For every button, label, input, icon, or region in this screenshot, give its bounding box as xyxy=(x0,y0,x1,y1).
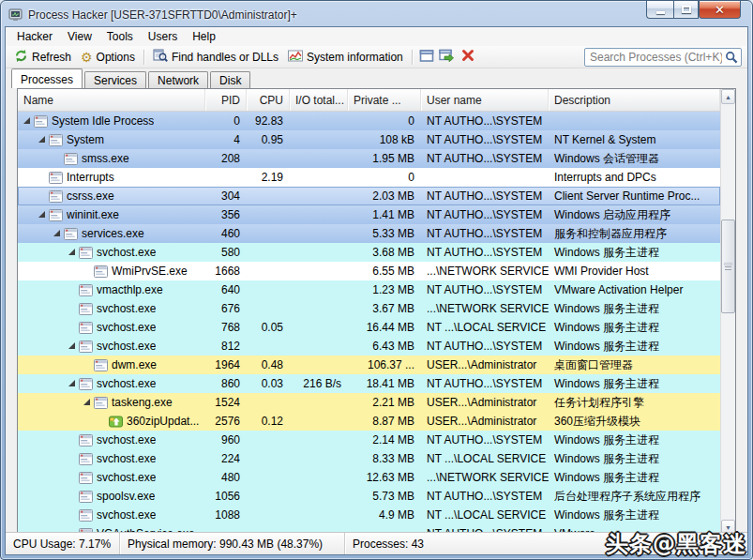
cell-cpu: 0.12 xyxy=(247,415,290,428)
process-row-wininit-exe[interactable]: wininit.exe3561.41 MBNT AUTHO...\SYSTEMW… xyxy=(18,205,720,224)
process-name: WmiPrvSE.exe xyxy=(112,265,188,278)
tab-strip: ProcessesServicesNetworkDisk xyxy=(6,68,747,88)
tree-expander-icon[interactable] xyxy=(67,341,78,352)
column-header-cpu[interactable]: CPU xyxy=(247,89,290,111)
process-row-svchost-exe[interactable]: svchost.exe9602.14 MBNT AUTHO...\SYSTEMW… xyxy=(18,431,720,449)
column-header-user-name[interactable]: User name xyxy=(421,89,549,111)
options-button[interactable]: ⚙ Options xyxy=(76,49,140,66)
cell-private: 2.03 MB xyxy=(348,189,421,203)
tree-expander-icon[interactable] xyxy=(22,115,33,127)
open-window-arrow-icon xyxy=(439,49,455,66)
tree-spacer xyxy=(67,491,78,502)
scroll-up-button[interactable]: ▲ xyxy=(721,89,735,104)
column-header-name[interactable]: Name xyxy=(18,89,205,111)
cell-name: svchost.exe xyxy=(18,433,205,446)
process-row-vmacthlp-exe[interactable]: vmacthlp.exe6401.23 MBNT AUTHO...\SYSTEM… xyxy=(18,280,720,299)
cell-name: svchost.exe xyxy=(18,452,205,465)
maximize-button[interactable] xyxy=(673,1,699,19)
process-row-system[interactable]: System40.95108 kBNT AUTHO...\SYSTEMNT Ke… xyxy=(18,130,720,149)
tab-disk[interactable]: Disk xyxy=(210,71,250,88)
find-handles-button[interactable]: Find handles or DLLs xyxy=(148,46,283,68)
process-name: svchost.exe xyxy=(97,452,156,465)
tree-expander-icon[interactable] xyxy=(82,397,93,408)
cell-user: ...\NETWORK SERVICE xyxy=(421,265,549,278)
system-information-button[interactable]: System information xyxy=(283,47,408,68)
maximize-icon xyxy=(682,6,691,13)
open-window-button[interactable] xyxy=(437,48,458,67)
tree-expander-icon[interactable] xyxy=(67,247,78,258)
tree-expander-icon[interactable] xyxy=(37,209,48,220)
system-information-icon xyxy=(288,49,303,66)
terminate-button[interactable] xyxy=(458,48,478,67)
cell-pid: 480 xyxy=(205,471,247,484)
close-icon: ✕ xyxy=(715,4,725,16)
cell-private: 1.23 MB xyxy=(348,283,421,296)
cell-name: System Idle Process xyxy=(18,114,205,128)
process-row-svchost-exe[interactable]: svchost.exe10884.9 MBNT ...\LOCAL SERVIC… xyxy=(18,506,720,524)
tree-expander-icon[interactable] xyxy=(52,228,63,239)
column-header-pid[interactable]: PID xyxy=(205,89,247,111)
process-row-360zipupdat[interactable]: 360zipUpdat...25760.128.87 MBUSER...\Adm… xyxy=(18,412,720,431)
process-hacker-window: Process Hacker [USER-371SFRTTD0\Administ… xyxy=(0,0,753,560)
process-row-spoolsv-exe[interactable]: spoolsv.exe10565.73 MBNT AUTHO...\SYSTEM… xyxy=(18,487,720,506)
title-bar[interactable]: Process Hacker [USER-371SFRTTD0\Administ… xyxy=(5,4,748,26)
application-window-icon xyxy=(79,322,93,334)
cell-desc: Windows 启动应用程序 xyxy=(549,207,720,223)
cell-desc: Windows 服务主进程 xyxy=(549,245,720,261)
tab-network[interactable]: Network xyxy=(148,71,208,88)
refresh-button[interactable]: Refresh xyxy=(9,47,76,68)
minimize-button[interactable] xyxy=(646,1,673,19)
process-row-wmiprvse-exe[interactable]: WmiPrvSE.exe16686.55 MB...\NETWORK SERVI… xyxy=(18,262,720,280)
tab-services[interactable]: Services xyxy=(84,71,146,88)
column-header-i-o-total[interactable]: I/O total... xyxy=(290,89,348,111)
close-button[interactable]: ✕ xyxy=(699,1,741,19)
process-row-taskeng-exe[interactable]: taskeng.exe15242.21 MBUSER...\Administra… xyxy=(18,393,720,412)
process-row-svchost-exe[interactable]: svchost.exe6763.67 MB...\NETWORK SERVICE… xyxy=(18,299,720,318)
cell-user: NT AUTHO...\SYSTEM xyxy=(421,189,549,203)
process-row-services-exe[interactable]: services.exe4605.33 MBNT AUTHO...\SYSTEM… xyxy=(18,224,720,243)
process-row-dwm-exe[interactable]: dwm.exe19640.48106.37 ...USER...\Adminis… xyxy=(18,356,720,374)
cell-pid: 0 xyxy=(205,114,247,128)
process-name: svchost.exe xyxy=(97,321,156,334)
tree-expander-icon[interactable] xyxy=(67,378,78,389)
cell-desc: Windows 服务主进程 xyxy=(549,339,720,355)
cell-desc: 360压缩升级模块 xyxy=(549,414,720,430)
cell-desc: Interrupts and DPCs xyxy=(549,171,720,184)
cell-user: ...\NETWORK SERVICE xyxy=(421,302,549,315)
application-window-icon xyxy=(79,341,93,353)
tab-processes[interactable]: Processes xyxy=(11,68,83,88)
process-row-svchost-exe[interactable]: svchost.exe7680.0516.44 MBNT ...\LOCAL S… xyxy=(18,318,720,337)
cell-private: 6.43 MB xyxy=(348,340,421,353)
menu-tools[interactable]: Tools xyxy=(99,28,141,45)
window-pane-button[interactable] xyxy=(416,48,437,67)
scrollbar-thumb[interactable] xyxy=(721,219,735,313)
process-row-smss-exe[interactable]: smss.exe2081.95 MBNT AUTHO...\SYSTEMWind… xyxy=(18,149,720,168)
menu-view[interactable]: View xyxy=(60,28,99,45)
process-row-interrupts[interactable]: Interrupts2.190Interrupts and DPCs xyxy=(18,168,720,187)
menu-help[interactable]: Help xyxy=(185,28,223,45)
menu-users[interactable]: Users xyxy=(141,28,185,45)
vertical-scrollbar[interactable]: ▲ ▼ xyxy=(720,89,735,535)
tree-expander-icon[interactable] xyxy=(37,134,48,145)
cell-desc: Windows 服务主进程 xyxy=(549,376,720,392)
column-header-description[interactable]: Description xyxy=(549,89,720,111)
cell-desc: 桌面窗口管理器 xyxy=(549,357,720,373)
cell-name: taskeng.exe xyxy=(18,396,205,409)
cell-private: 1.95 MB xyxy=(348,152,421,165)
process-row-svchost-exe[interactable]: svchost.exe2248.33 MBNT ...\LOCAL SERVIC… xyxy=(18,449,720,468)
process-name: svchost.exe xyxy=(97,471,156,484)
process-row-svchost-exe[interactable]: svchost.exe8600.03216 B/s18.41 MBNT AUTH… xyxy=(18,374,720,393)
cell-pid: 676 xyxy=(205,302,247,315)
column-header-private[interactable]: Private ... xyxy=(348,89,421,111)
cell-name: spoolsv.exe xyxy=(18,490,205,503)
process-row-system-idle-process[interactable]: System Idle Process092.830NT AUTHO...\SY… xyxy=(18,112,720,130)
search-input[interactable] xyxy=(584,48,742,67)
process-row-csrss-exe[interactable]: csrss.exe3042.03 MBNT AUTHO...\SYSTEMCli… xyxy=(18,187,720,205)
cell-pid: 960 xyxy=(205,433,247,446)
menu-hacker[interactable]: Hacker xyxy=(9,28,60,45)
process-row-svchost-exe[interactable]: svchost.exe5803.68 MBNT AUTHO...\SYSTEMW… xyxy=(18,243,720,262)
tree-spacer xyxy=(67,453,78,464)
process-row-svchost-exe[interactable]: svchost.exe48012.63 MB...\NETWORK SERVIC… xyxy=(18,468,720,487)
table-header: NamePIDCPUI/O total...Private ...User na… xyxy=(18,89,720,112)
process-row-svchost-exe[interactable]: svchost.exe8126.43 MBNT AUTHO...\SYSTEMW… xyxy=(18,337,720,356)
